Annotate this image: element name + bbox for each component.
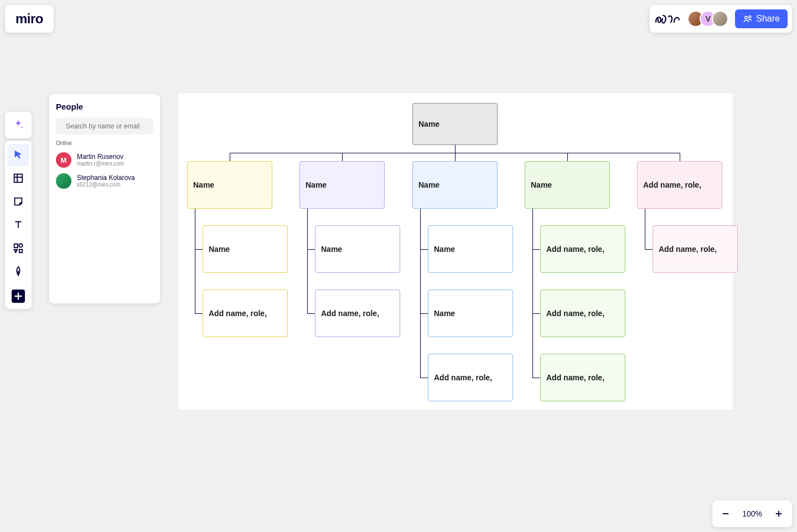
zoom-in-button[interactable] [772,507,785,520]
sticky-note-icon [12,195,24,208]
tool-shapes[interactable] [7,237,29,259]
tool-pen[interactable] [7,260,29,282]
plus-icon [774,509,784,519]
org-node-child[interactable]: Add name, role, [540,225,625,273]
node-label: Name [434,245,455,254]
person-avatar [56,173,71,189]
zoom-level[interactable]: 100% [742,509,762,518]
org-node-child[interactable]: Name [203,225,288,273]
people-panel-title: People [56,102,153,111]
node-label: Name [531,180,552,189]
node-label: Add name, role, [659,245,717,254]
org-node-child[interactable]: Name [428,290,513,337]
org-node-root[interactable]: Name [412,103,498,145]
connector-line [680,153,680,161]
connector-line [532,249,540,250]
connector-line [307,249,315,250]
org-node-child[interactable]: Add name, role, [428,354,513,401]
reactions-icon[interactable] [654,10,681,28]
people-panel: People Online MMartin Rusenovmartin.r@mi… [49,94,160,303]
left-toolbar [5,141,32,309]
plus-icon [12,290,25,303]
sparkle-icon [12,119,24,131]
person-email: martin.r@miro.com [77,161,124,167]
node-label: Add name, role, [546,309,604,318]
tool-ai[interactable] [5,112,32,138]
collaborator-avatar[interactable] [712,11,728,27]
org-node-child[interactable]: Add name, role, [540,290,625,337]
node-label: Add name, role, [321,309,379,318]
node-label: Name [306,180,327,189]
node-label: Name [193,180,214,189]
tool-frame[interactable] [7,167,29,189]
org-node-branch-head[interactable]: Name [525,161,610,209]
svg-rect-5 [14,244,18,247]
collaborator-avatars[interactable]: V [687,11,728,27]
zoom-controls: 100% [712,500,792,527]
person-name: Stephania Kolarova [77,174,135,182]
connector-line [420,378,428,378]
org-node-child[interactable]: Add name, role, [203,290,288,337]
svg-rect-2 [14,174,23,183]
cursor-icon [12,149,24,161]
connector-line [532,313,540,314]
connector-line [645,209,645,249]
node-label: Name [209,245,230,254]
top-right-bar: V Share [650,5,792,33]
org-node-branch-head[interactable]: Name [299,161,385,209]
person-email: s5212@miro.com [77,182,135,188]
connector-line [230,153,230,161]
person-row[interactable]: MMartin Rusenovmartin.r@miro.com [56,149,153,171]
org-node-branch-head[interactable]: Add name, role, [637,161,722,209]
share-button-label: Share [756,14,780,24]
node-label: Add name, role, [434,373,492,382]
svg-point-1 [749,16,751,18]
connector-line [645,249,653,250]
org-node-child[interactable]: Add name, role, [653,225,738,273]
node-label: Name [321,245,342,254]
org-node-branch-head[interactable]: Name [187,161,272,209]
svg-point-6 [19,244,22,247]
shapes-icon [12,242,24,254]
tool-select[interactable] [7,144,29,166]
connector-line [307,209,308,313]
board-canvas[interactable]: NameNameNameAdd name, role,NameNameAdd n… [178,93,733,410]
app-logo-text: miro [15,11,43,27]
connector-line [342,153,343,161]
connector-line [195,313,203,314]
connector-line [455,145,456,153]
connector-line [195,209,195,313]
svg-point-0 [745,17,748,19]
node-label: Add name, role, [546,245,604,254]
tool-text[interactable] [7,214,29,236]
people-search[interactable] [56,118,153,135]
text-icon [12,219,24,231]
org-node-child[interactable]: Name [315,225,400,273]
person-row[interactable]: Stephania Kolarovas5212@miro.com [56,171,153,192]
share-button[interactable]: Share [735,9,788,28]
online-section-label: Online [56,140,153,146]
app-logo[interactable]: miro [5,5,54,33]
person-name: Martin Rusenov [77,153,124,161]
node-label: Name [418,180,439,189]
org-node-branch-head[interactable]: Name [412,161,498,209]
people-search-input[interactable] [66,122,149,130]
connector-line [455,153,456,161]
org-node-child[interactable]: Name [428,225,513,273]
minus-icon [721,509,731,519]
connector-line [420,209,421,378]
connector-line [532,378,540,378]
org-node-child[interactable]: Add name, role, [315,290,400,337]
node-label: Add name, role, [643,180,701,189]
node-label: Name [418,120,439,128]
tool-sticky[interactable] [7,190,29,213]
org-node-child[interactable]: Add name, role, [540,354,625,401]
connector-line [420,313,428,314]
connector-line [567,153,568,161]
frame-icon [12,172,24,184]
connector-line [307,313,315,314]
node-label: Add name, role, [209,309,267,318]
zoom-out-button[interactable] [719,507,732,520]
tool-add[interactable] [7,283,29,306]
person-avatar: M [56,152,71,168]
